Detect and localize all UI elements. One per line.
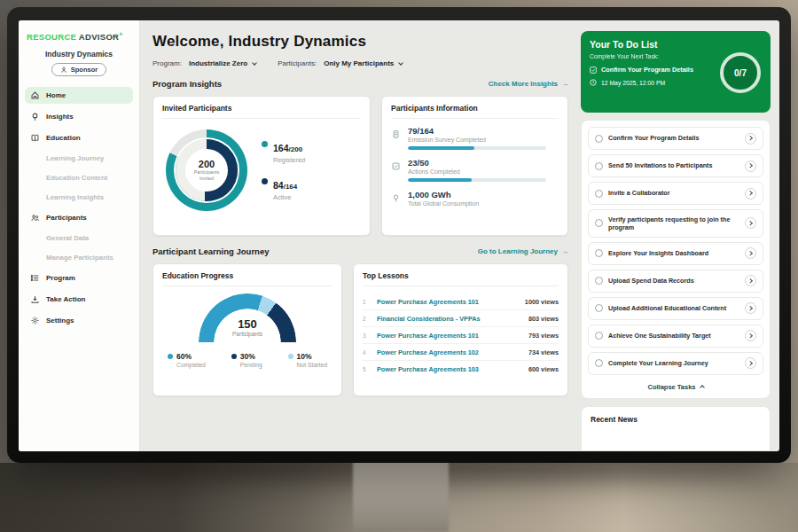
check-more-insights-link[interactable]: Check More Insights → <box>489 80 568 88</box>
lesson-link[interactable]: Power Purchase Agreements 103 <box>377 365 521 373</box>
checklist-icon <box>391 159 401 168</box>
task-row[interactable]: Send 50 Invitations to Participants <box>588 154 763 177</box>
card-title: Participants Information <box>391 104 559 119</box>
sidebar-item-program[interactable]: Program <box>25 270 133 286</box>
task-open-button[interactable] <box>745 217 756 229</box>
participants-icon <box>30 213 40 223</box>
todo-panel: Your To Do List Complete Your Next Task:… <box>579 20 779 451</box>
task-checkbox[interactable] <box>595 190 603 198</box>
gear-icon <box>30 316 40 325</box>
task-checkbox[interactable] <box>595 332 603 340</box>
lesson-link[interactable]: Power Purchase Agreements 102 <box>377 348 521 356</box>
task-row[interactable]: Invite a Collaborator <box>588 182 763 205</box>
sidebar-item-learning-journey[interactable]: Learning Journey <box>25 151 133 166</box>
task-open-button[interactable] <box>745 330 756 341</box>
nav-label: Program <box>46 274 75 282</box>
program-select[interactable]: Industrialize Zero <box>189 59 256 67</box>
brand-resource: RESOURCE <box>27 32 76 42</box>
chevron-right-icon <box>748 306 753 310</box>
task-open-button[interactable] <box>745 133 756 145</box>
insights-cards-row: Invited Participants 200 ParticipantsInv… <box>153 96 568 236</box>
task-row[interactable]: Achieve One Sustainability Target <box>588 325 763 348</box>
invited-count: 200 <box>199 159 215 169</box>
sidebar-item-manage-participants[interactable]: Manage Participants <box>25 250 133 265</box>
participants-filter-label: Participants: <box>278 59 317 67</box>
sidebar-nav: Home Insights Education Learning Journey… <box>25 87 133 329</box>
todo-next-task[interactable]: Confirm Your Program Details <box>590 66 712 74</box>
invited-donut-chart: 200 ParticipantsInvited <box>166 129 247 211</box>
task-open-button[interactable] <box>745 357 756 369</box>
lesson-row: 1 Power Purchase Agreements 101 1000 vie… <box>363 293 559 310</box>
task-open-button[interactable] <box>745 188 756 200</box>
monitor-stand <box>353 458 449 532</box>
stat-actions-completed: 23/50 Actions Completed <box>391 158 559 182</box>
legend-not-started: 10% Not Started <box>288 352 327 368</box>
sidebar-item-insights[interactable]: Insights <box>25 108 133 125</box>
legend-active: 84/164 Active <box>262 176 305 201</box>
task-checkbox[interactable] <box>595 135 603 143</box>
todo-summary-card: Your To Do List Complete Your Next Task:… <box>581 31 771 113</box>
collapse-tasks-link[interactable]: Collapse Tasks <box>588 379 763 395</box>
stat-global-consumption: 1,000 GWh Total Global Consumption <box>391 190 559 210</box>
checkbox-icon <box>590 66 597 74</box>
home-icon <box>30 90 40 100</box>
task-open-button[interactable] <box>745 275 756 286</box>
education-count: 150 <box>199 318 296 331</box>
top-lessons-card: Top Lessons 1 Power Purchase Agreements … <box>353 263 568 396</box>
todo-progress-ring: 0/7 <box>720 52 761 93</box>
invited-legend: 164/200 Registered 84/164 Active <box>262 139 305 201</box>
task-checkbox[interactable] <box>595 304 603 312</box>
legend-dot <box>262 141 268 147</box>
arrow-right-icon: → <box>561 247 568 255</box>
task-row[interactable]: Explore Your Insights Dashboard <box>588 242 763 265</box>
program-insights-header: Program Insights Check More Insights → <box>153 79 568 89</box>
legend-registered: 164/200 Registered <box>262 139 305 164</box>
legend-dot <box>262 178 268 184</box>
nav-label: Take Action <box>46 295 85 303</box>
insights-icon <box>30 112 40 121</box>
legend-dot <box>288 354 293 359</box>
sidebar-item-take-action[interactable]: Take Action <box>25 291 133 308</box>
invited-participants-card: Invited Participants 200 ParticipantsInv… <box>153 96 371 236</box>
clock-icon <box>590 79 597 86</box>
go-to-learning-journey-link[interactable]: Go to Learning Journey → <box>478 247 568 255</box>
task-checkbox[interactable] <box>595 277 603 285</box>
app-window: RESOURCE ADVISOR+ Industry Dynamics Spon… <box>19 20 779 451</box>
card-title: Education Progress <box>162 271 332 286</box>
task-row[interactable]: Upload Spend Data Records <box>588 270 763 293</box>
sidebar-item-learning-insights[interactable]: Learning Insights <box>25 190 133 205</box>
legend-dot <box>231 354 237 359</box>
task-open-button[interactable] <box>745 160 756 172</box>
lesson-link[interactable]: Financial Considerations - VPPAs <box>377 315 521 323</box>
task-row[interactable]: Verify participants requesting to join t… <box>588 209 763 238</box>
sponsor-badge[interactable]: Sponsor <box>51 63 106 76</box>
chevron-right-icon <box>748 164 753 168</box>
chevron-right-icon <box>748 333 753 338</box>
sidebar-item-education-content[interactable]: Education Content <box>25 170 133 185</box>
actions-progress-bar <box>408 178 546 182</box>
task-open-button[interactable] <box>745 302 756 314</box>
lesson-row: 4 Power Purchase Agreements 102 734 view… <box>363 344 559 361</box>
sidebar-item-home[interactable]: Home <box>25 87 133 104</box>
chevron-right-icon <box>748 137 753 141</box>
task-row[interactable]: Confirm Your Program Details <box>588 127 763 150</box>
task-row[interactable]: Upload Additional Educational Content <box>588 297 763 320</box>
nav-label: Participants <box>46 214 87 222</box>
sidebar-item-settings[interactable]: Settings <box>25 312 133 329</box>
participants-select[interactable]: Only My Participants <box>324 59 403 67</box>
sidebar: RESOURCE ADVISOR+ Industry Dynamics Spon… <box>19 20 140 451</box>
lesson-link[interactable]: Power Purchase Agreements 101 <box>377 298 518 306</box>
task-checkbox[interactable] <box>595 359 603 367</box>
task-row[interactable]: Complete Your Learning Journey <box>588 352 763 375</box>
task-checkbox[interactable] <box>595 162 603 170</box>
sidebar-item-education[interactable]: Education <box>25 129 133 146</box>
sidebar-item-general-data[interactable]: General Data <box>25 231 133 246</box>
lesson-row: 2 Financial Considerations - VPPAs 803 v… <box>363 310 559 327</box>
task-open-button[interactable] <box>745 247 756 259</box>
sidebar-item-participants[interactable]: Participants <box>25 209 133 226</box>
learning-cards-row: Education Progress 150 Participants 60% … <box>153 263 568 396</box>
task-checkbox[interactable] <box>595 249 603 257</box>
legend-pending: 30% Pending <box>231 352 262 368</box>
task-checkbox[interactable] <box>595 219 603 227</box>
lesson-link[interactable]: Power Purchase Agreements 101 <box>377 332 521 340</box>
